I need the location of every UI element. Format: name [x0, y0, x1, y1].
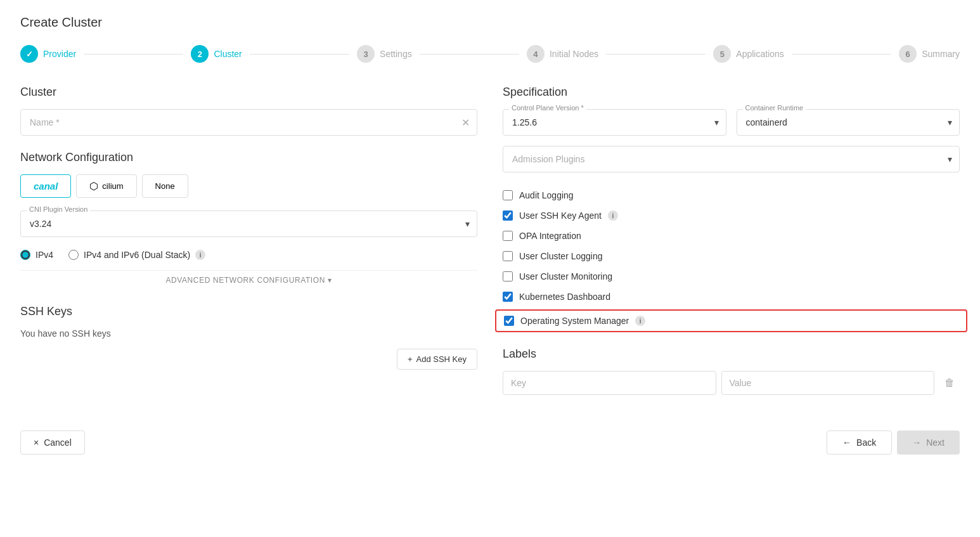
back-arrow-icon: ← [842, 437, 851, 448]
container-runtime-select[interactable]: containerd [737, 109, 960, 136]
step-initial-nodes[interactable]: 4 Initial Nodes [527, 45, 598, 63]
ssh-keys-section: SSH Keys You have no SSH keys + Add SSH … [20, 305, 477, 339]
user-ssh-key-agent-info-icon[interactable]: i [608, 210, 618, 221]
checkbox-operating-system-manager: Operating System Manager i [495, 309, 967, 332]
ipv4-ipv6-label-text: IPv4 and IPv6 (Dual Stack) [84, 250, 190, 260]
checkbox-kubernetes-dashboard-label: Kubernetes Dashboard [519, 292, 610, 302]
step-label-initial-nodes: Initial Nodes [550, 49, 598, 59]
step-line-3 [420, 54, 519, 55]
labels-value-input[interactable] [721, 371, 935, 395]
network-btn-cilium[interactable]: ⬡ cilium [76, 174, 136, 198]
cancel-label: Cancel [44, 437, 72, 448]
cilium-label: cilium [102, 181, 123, 191]
step-label-provider: Provider [43, 49, 76, 59]
add-ssh-key-button[interactable]: + Add SSH Key [397, 349, 477, 370]
labels-row: 🗑 [503, 371, 960, 395]
right-column: Specification Control Plane Version * 1.… [503, 86, 960, 395]
step-line-4 [606, 54, 706, 55]
page-title: Create Cluster [20, 15, 960, 30]
checkbox-user-ssh-key-agent-input[interactable] [503, 210, 513, 221]
checkbox-kubernetes-dashboard-input[interactable] [503, 292, 513, 302]
step-summary[interactable]: 6 Summary [899, 45, 960, 63]
checkbox-audit-logging: Audit Logging [503, 185, 960, 205]
control-plane-select[interactable]: 1.25.6 [503, 109, 726, 136]
labels-delete-icon[interactable]: 🗑 [939, 377, 960, 389]
step-label-applications: Applications [736, 49, 784, 59]
ssh-keys-title: SSH Keys [20, 305, 477, 318]
step-circle-cluster: 2 [191, 45, 209, 63]
checkbox-audit-logging-label: Audit Logging [519, 190, 574, 200]
cluster-name-input[interactable] [20, 109, 477, 136]
control-plane-wrapper: Control Plane Version * 1.25.6 ▾ [503, 109, 726, 136]
left-column: Cluster ✕ Network Configuration canal ⬡ … [20, 86, 477, 395]
checkbox-opa-integration-input[interactable] [503, 231, 513, 241]
network-buttons-group: canal ⬡ cilium None [20, 174, 477, 198]
step-applications[interactable]: 5 Applications [713, 45, 784, 63]
step-line-5 [792, 54, 891, 55]
step-circle-provider: ✓ [20, 45, 38, 63]
add-ssh-key-label: Add SSH Key [416, 354, 467, 364]
next-arrow-icon: → [912, 437, 921, 448]
checkbox-user-ssh-key-agent: User SSH Key Agent i [503, 205, 960, 226]
checkbox-user-cluster-monitoring-input[interactable] [503, 271, 513, 281]
admission-plugins-wrapper: Admission Plugins ▾ [503, 146, 960, 172]
step-circle-settings: 3 [357, 45, 375, 63]
control-plane-label: Control Plane Version * [509, 104, 586, 112]
random-name-icon[interactable]: ✕ [461, 117, 470, 129]
labels-section-title: Labels [503, 347, 960, 361]
none-label: None [155, 181, 175, 191]
back-button[interactable]: ← Back [827, 430, 892, 455]
checkbox-opa-integration: OPA Integration [503, 226, 960, 246]
step-label-cluster: Cluster [214, 49, 242, 59]
next-label: Next [926, 437, 945, 448]
checkbox-user-ssh-key-agent-label: User SSH Key Agent [519, 210, 602, 221]
cluster-name-wrapper: ✕ [20, 109, 477, 136]
network-btn-none[interactable]: None [142, 174, 188, 198]
checkbox-user-cluster-logging-label: User Cluster Logging [519, 251, 603, 261]
ipv4-label-text: IPv4 [35, 250, 53, 260]
step-settings[interactable]: 3 Settings [357, 45, 412, 63]
advanced-network-toggle[interactable]: ADVANCED NETWORK CONFIGURATION ▾ [20, 270, 477, 290]
advanced-toggle-chevron-icon: ▾ [328, 276, 332, 285]
checkbox-operating-system-manager-label: Operating System Manager [520, 316, 629, 326]
cluster-section-title: Cluster [20, 86, 477, 99]
add-ssh-key-plus-icon: + [408, 354, 413, 364]
operating-system-manager-info-icon[interactable]: i [635, 316, 645, 326]
ipv4-ipv6-info-icon[interactable]: i [195, 250, 205, 260]
admission-plugins-select[interactable]: Admission Plugins [503, 146, 960, 172]
labels-key-input[interactable] [503, 371, 716, 395]
step-provider[interactable]: ✓ Provider [20, 45, 76, 63]
ssh-no-keys-text: You have no SSH keys [20, 328, 477, 339]
container-runtime-label: Container Runtime [743, 104, 806, 112]
cni-plugin-label: CNI Plugin Version [27, 205, 90, 213]
ipv4-ipv6-radio[interactable] [68, 250, 79, 260]
checkbox-opa-integration-label: OPA Integration [519, 231, 581, 241]
step-label-settings: Settings [380, 49, 412, 59]
ipv4-ipv6-radio-label[interactable]: IPv4 and IPv6 (Dual Stack) i [68, 250, 205, 260]
spec-section-title: Specification [503, 86, 960, 99]
next-button[interactable]: → Next [897, 430, 960, 455]
spec-top-row: Control Plane Version * 1.25.6 ▾ Contain… [503, 109, 960, 136]
labels-section: Labels 🗑 [503, 347, 960, 395]
cni-plugin-select[interactable]: v3.24 [20, 210, 477, 237]
footer: × Cancel ← Back → Next [20, 420, 960, 455]
checkbox-operating-system-manager-input[interactable] [504, 316, 514, 326]
network-btn-canal[interactable]: canal [20, 174, 71, 198]
footer-right: ← Back → Next [827, 430, 960, 455]
step-cluster[interactable]: 2 Cluster [191, 45, 242, 63]
step-line-2 [250, 54, 349, 55]
cancel-button[interactable]: × Cancel [20, 430, 85, 455]
checkbox-user-cluster-monitoring: User Cluster Monitoring [503, 266, 960, 287]
canal-label: canal [34, 181, 58, 191]
checkbox-user-cluster-logging-input[interactable] [503, 251, 513, 261]
checkbox-kubernetes-dashboard: Kubernetes Dashboard [503, 287, 960, 307]
cancel-x-icon: × [34, 437, 39, 448]
ipv4-radio[interactable] [20, 250, 30, 260]
advanced-toggle-label: ADVANCED NETWORK CONFIGURATION [165, 276, 325, 285]
ipv4-radio-label[interactable]: IPv4 [20, 250, 53, 260]
network-section-title: Network Configuration [20, 151, 477, 164]
container-runtime-wrapper: Container Runtime containerd ▾ [737, 109, 960, 136]
checkbox-user-cluster-monitoring-label: User Cluster Monitoring [519, 271, 612, 281]
cni-plugin-wrapper: CNI Plugin Version v3.24 ▾ [20, 210, 477, 237]
checkbox-audit-logging-input[interactable] [503, 190, 513, 200]
